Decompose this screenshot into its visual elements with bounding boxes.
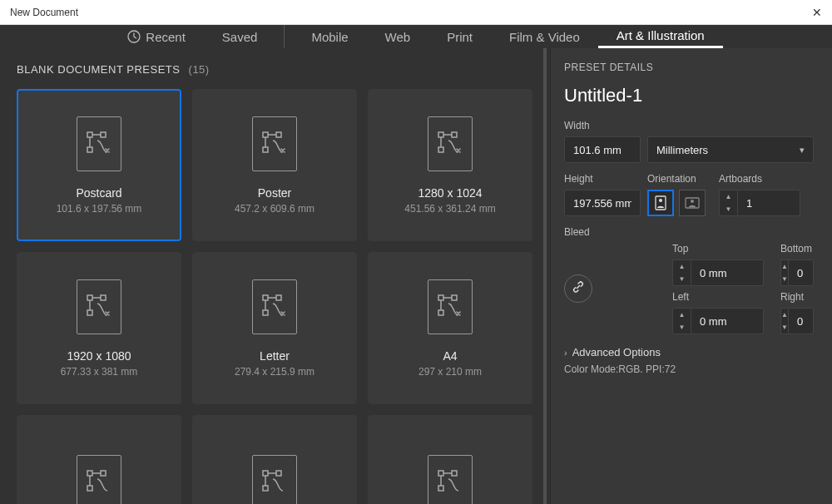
main-body: BLANK DOCUMENT PRESETS (15) Postcard 101… [0, 48, 832, 504]
preset-thumb-icon [77, 116, 121, 171]
stepper-up-icon[interactable]: ▲ [781, 309, 788, 321]
preset-thumb-icon [252, 279, 297, 334]
tab-mobile[interactable]: Mobile [293, 25, 366, 48]
width-input-field[interactable] [573, 144, 631, 156]
preset-name: Postcard [76, 186, 121, 200]
tab-saved-label: Saved [222, 30, 258, 44]
units-value: Millimeters [656, 144, 708, 156]
preset-card-1920x1080[interactable]: 1920 x 1080 677.33 x 381 mm [17, 252, 181, 404]
svg-rect-22 [263, 310, 268, 315]
color-mode-summary: Color Mode:RGB. PPI:72 [564, 363, 814, 375]
preset-thumb-icon [77, 455, 121, 505]
tab-recent[interactable]: Recent [109, 25, 204, 48]
clock-icon [127, 30, 141, 43]
orientation-label: Orientation [647, 173, 706, 185]
tab-art-illustration[interactable]: Art & Illustration [598, 25, 723, 48]
stepper-up-icon[interactable]: ▲ [673, 260, 691, 273]
bleed-right-stepper[interactable]: ▲▼ [780, 308, 788, 334]
bleed-bottom-stepper[interactable]: ▲▼ [780, 259, 788, 286]
stepper-up-icon[interactable]: ▲ [781, 260, 788, 273]
bleed-label: Bleed [564, 226, 814, 238]
preset-thumb-icon [428, 455, 473, 505]
bleed-top-label: Top [672, 243, 764, 254]
svg-rect-23 [276, 295, 281, 300]
stepper-down-icon[interactable]: ▼ [781, 273, 788, 285]
bleed-right-field[interactable] [797, 315, 805, 328]
preset-dims: 279.4 x 215.9 mm [235, 366, 314, 378]
svg-rect-38 [276, 471, 281, 476]
preset-card-a4[interactable]: A4 297 x 210 mm [368, 252, 532, 404]
artboards-input-field[interactable] [746, 197, 791, 210]
preset-name: 1280 x 1024 [418, 186, 482, 200]
tab-print[interactable]: Print [428, 25, 491, 48]
window-title: New Document [10, 7, 78, 18]
close-icon[interactable]: ✕ [812, 6, 822, 19]
svg-rect-43 [452, 471, 457, 476]
preset-card-poster[interactable]: Poster 457.2 x 609.6 mm [192, 89, 357, 241]
bleed-top-stepper[interactable]: ▲▼ [672, 259, 691, 286]
svg-rect-27 [438, 310, 443, 315]
orientation-portrait-button[interactable] [647, 190, 674, 216]
presets-count: (15) [189, 63, 210, 76]
units-select[interactable]: Millimeters ▾ [647, 136, 814, 163]
svg-rect-8 [276, 132, 281, 137]
width-input[interactable] [564, 136, 641, 163]
presets-header-label: BLANK DOCUMENT PRESETS [17, 63, 180, 76]
preset-card-1280x1024[interactable]: 1280 x 1024 451.56 x 361.24 mm [368, 89, 532, 241]
portrait-icon [655, 195, 666, 210]
bleed-bottom-input[interactable] [788, 259, 814, 286]
height-label: Height [564, 173, 641, 185]
stepper-up-icon[interactable]: ▲ [720, 190, 737, 203]
bleed-top-input[interactable] [691, 259, 764, 286]
svg-rect-11 [438, 132, 443, 137]
preset-dims: 677.33 x 381 mm [61, 366, 138, 378]
stepper-down-icon[interactable]: ▼ [781, 321, 788, 334]
svg-rect-2 [87, 147, 92, 152]
preset-card-postcard[interactable]: Postcard 101.6 x 197.56 mm [17, 89, 181, 241]
svg-rect-28 [452, 295, 457, 300]
preset-dims: 457.2 x 609.6 mm [235, 203, 314, 215]
bleed-top-field[interactable] [700, 267, 755, 279]
bleed-left-stepper[interactable]: ▲▼ [672, 308, 691, 334]
bleed-bottom-field[interactable] [797, 267, 805, 279]
preset-card-letter[interactable]: Letter 279.4 x 215.9 mm [192, 252, 357, 404]
bleed-link-button[interactable] [564, 274, 592, 303]
advanced-options-label: Advanced Options [572, 346, 661, 358]
bleed-left-field[interactable] [700, 315, 755, 328]
height-input[interactable] [564, 190, 641, 216]
artboards-input[interactable] [737, 190, 800, 216]
link-icon [572, 280, 585, 297]
artboards-stepper[interactable]: ▲▼ [719, 190, 737, 216]
svg-rect-17 [87, 310, 92, 315]
tab-recent-label: Recent [146, 30, 186, 44]
stepper-down-icon[interactable]: ▼ [673, 273, 691, 285]
tab-web[interactable]: Web [367, 25, 429, 48]
tab-web-label: Web [385, 30, 411, 44]
bleed-right-input[interactable] [788, 308, 814, 334]
stepper-up-icon[interactable]: ▲ [673, 309, 691, 321]
preset-thumb-icon [252, 116, 297, 171]
tab-saved[interactable]: Saved [204, 25, 276, 48]
svg-rect-37 [263, 486, 268, 491]
preset-card[interactable] [17, 415, 181, 504]
stepper-down-icon[interactable]: ▼ [720, 203, 737, 215]
preset-name-input[interactable]: Untitled-1 [564, 85, 814, 106]
stepper-down-icon[interactable]: ▼ [673, 321, 691, 334]
orientation-landscape-button[interactable] [679, 190, 706, 216]
preset-card[interactable] [192, 415, 357, 504]
svg-rect-42 [438, 486, 443, 491]
tab-separator [284, 25, 285, 48]
panel-title: PRESET DETAILS [564, 60, 814, 73]
chevron-down-icon: ▾ [800, 145, 805, 156]
advanced-options-toggle[interactable]: › Advanced Options [564, 346, 814, 358]
preset-card[interactable] [368, 415, 532, 504]
presets-pane: BLANK DOCUMENT PRESETS (15) Postcard 101… [0, 48, 550, 504]
tab-art-label: Art & Illustration [617, 28, 705, 42]
bleed-left-input[interactable] [691, 308, 764, 334]
scrollbar[interactable] [543, 48, 547, 504]
height-input-field[interactable] [573, 197, 631, 210]
svg-rect-26 [438, 295, 443, 300]
preset-dims: 297 x 210 mm [418, 366, 482, 378]
tab-film-video[interactable]: Film & Video [491, 25, 598, 48]
preset-dims: 101.6 x 197.56 mm [57, 203, 142, 215]
